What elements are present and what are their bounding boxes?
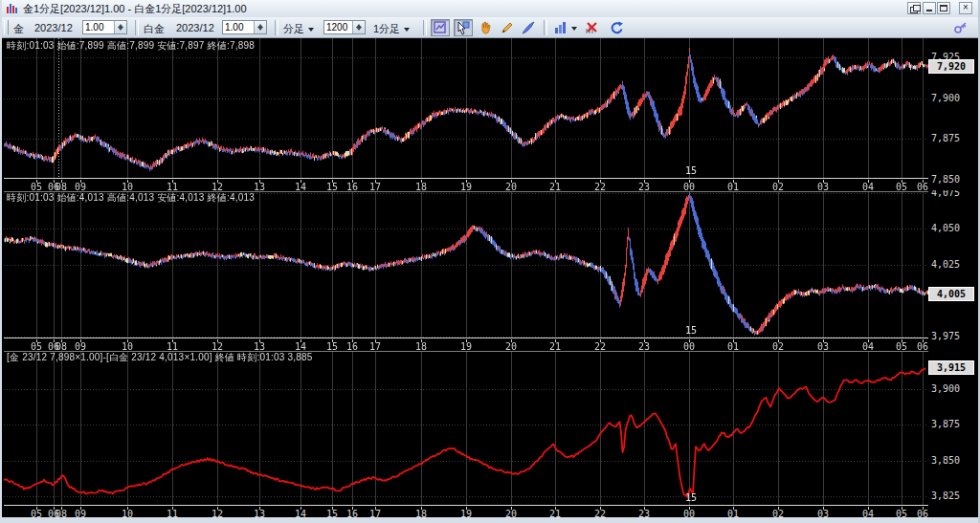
toolbar-separator	[423, 20, 427, 35]
date-change-label: 15	[685, 325, 697, 336]
spinner-arrows-icon[interactable]	[352, 21, 365, 33]
hour-tick-label: 12	[212, 182, 223, 192]
chevron-down-icon	[308, 28, 314, 32]
hour-tick-label: 05	[31, 182, 42, 192]
brush-tool-button[interactable]	[519, 19, 538, 36]
hour-tick-label: 08	[56, 341, 67, 352]
price-tick-label: 7,850	[931, 174, 960, 185]
pencil-tool-button[interactable]	[498, 19, 517, 36]
hour-tick-label: 15	[326, 341, 338, 352]
chart-cursor-icon	[433, 20, 448, 35]
current-price-box: 7,920	[928, 59, 974, 74]
hour-tick-label: 08	[56, 182, 67, 192]
hour-tick-label: 00	[683, 341, 695, 352]
current-price-box: 4,005	[928, 287, 974, 301]
gold-symbol-label: 金	[13, 22, 24, 36]
hour-tick-label: 03	[817, 182, 829, 192]
hour-tick-label: 21	[549, 182, 561, 192]
hour-tick-label: 06	[917, 182, 928, 192]
hour-tick-label: 19	[460, 182, 472, 192]
price-tick-label: 7,875	[931, 133, 960, 143]
gold-month-label: 2023/12	[34, 22, 73, 33]
price-tick-label: 4,025	[931, 259, 960, 270]
platinum-ohlc-status: 時刻:01:03 始値:4,013 高値:4,013 安値:4,013 終値:4…	[7, 191, 255, 205]
platinum-price-axis[interactable]: 4,0754,0504,0253,9754,005	[928, 190, 974, 350]
hour-tick-label: 21	[549, 341, 561, 352]
hour-tick-label: 05	[896, 182, 907, 192]
platinum-month-label: 2023/12	[176, 22, 214, 33]
hour-tick-label: 10	[122, 341, 133, 352]
pencil-icon	[500, 20, 515, 35]
chart-window: 金1分足[2023/12]1.00 - 白金1分足[2023/12]1.00 ×…	[0, 0, 980, 523]
price-tick-label: 4,050	[931, 223, 960, 233]
hour-tick-label: 01	[727, 341, 739, 352]
hour-tick-label: 23	[638, 341, 650, 352]
hour-tick-label: 02	[772, 182, 784, 192]
minimize-button[interactable]	[923, 2, 936, 14]
hour-tick-label: 01	[727, 182, 739, 192]
bar-chart-icon	[553, 20, 568, 35]
hour-tick-label: 11	[167, 341, 178, 352]
gold-price-axis[interactable]: 7,9257,9007,8757,8507,920	[928, 38, 974, 190]
close-button[interactable]: ×	[959, 2, 972, 14]
gold-candlestick-chart[interactable]	[4, 38, 928, 178]
pan-tool-button[interactable]	[477, 19, 496, 36]
refresh-button[interactable]	[607, 19, 626, 36]
spinner-arrows-icon[interactable]	[114, 21, 126, 33]
hour-tick-label: 19	[460, 341, 472, 352]
spinner-arrows-icon[interactable]	[254, 21, 266, 33]
window-title: 金1分足[2023/12]1.00 - 白金1分足[2023/12]1.00	[23, 2, 247, 16]
hour-tick-label: 06	[917, 341, 928, 352]
hour-tick-label: 14	[295, 182, 306, 192]
hour-tick-label: 18	[415, 182, 427, 192]
maximize-button[interactable]	[937, 2, 950, 14]
delete-chart-button[interactable]	[582, 19, 601, 36]
platinum-ratio-spinner[interactable]: 1.00	[222, 20, 267, 34]
spread-price-axis[interactable]: 3,9003,8753,8503,8253,915	[928, 350, 974, 517]
key-icon[interactable]	[953, 20, 969, 35]
hour-tick-label: 20	[505, 341, 517, 352]
hour-tick-label: 16	[346, 341, 358, 352]
hour-tick-label: 00	[683, 182, 695, 192]
price-tick-label: 4,075	[931, 190, 960, 198]
app-icon	[6, 3, 18, 14]
window-bottom-frame	[2, 517, 978, 523]
chevron-down-icon	[571, 27, 577, 31]
gold-ohlc-status: 時刻:01:03 始値:7,899 高値:7,899 安値:7,897 終値:7…	[7, 39, 255, 53]
float-window-button[interactable]	[907, 2, 921, 14]
hour-tick-label: 17	[369, 341, 381, 352]
toolbar-grip[interactable]	[4, 20, 9, 34]
hour-tick-label: 18	[415, 341, 427, 352]
bar-interval-dropdown[interactable]: 1分足	[373, 22, 410, 36]
price-tick-label: 3,825	[931, 490, 960, 501]
time-axis: 0506080910111213141516171819202122230001…	[4, 178, 974, 192]
spread-formula-status: [金 23/12 7,898×1.00]-[白金 23/12 4,013×1.0…	[7, 351, 312, 364]
hour-tick-label: 16	[346, 182, 358, 192]
hour-tick-label: 20	[505, 182, 517, 192]
hour-tick-label: 14	[295, 341, 306, 352]
price-tick-label: 3,850	[931, 455, 960, 466]
hour-tick-label: 04	[862, 341, 874, 352]
bar-type-dropdown[interactable]: 分足	[283, 22, 314, 36]
chart-cursor-button[interactable]	[431, 19, 450, 36]
price-tick-label: 3,900	[931, 383, 960, 394]
bar-count-spinner[interactable]: 1200	[323, 20, 366, 34]
hour-tick-label: 23	[638, 182, 650, 192]
gold-ratio-spinner[interactable]: 1.00	[82, 20, 127, 34]
brush-icon	[521, 20, 536, 35]
spread-line-chart[interactable]	[4, 350, 928, 505]
hour-tick-label: 13	[254, 182, 265, 192]
refresh-icon	[609, 20, 624, 35]
hour-tick-label: 09	[75, 182, 86, 192]
current-price-box: 3,915	[928, 360, 974, 375]
toolbar-separator	[275, 20, 278, 35]
chevron-down-icon	[404, 28, 410, 32]
time-axis: 0506080910111213141516171819202122230001…	[4, 338, 974, 352]
delete-chart-icon	[584, 20, 599, 35]
platinum-candlestick-chart[interactable]	[4, 190, 928, 338]
title-bar[interactable]: 金1分足[2023/12]1.00 - 白金1分足[2023/12]1.00 ×	[2, 0, 978, 18]
chart-style-button[interactable]	[551, 19, 578, 36]
hour-tick-label: 11	[167, 182, 178, 192]
hour-tick-label: 22	[594, 341, 606, 352]
select-tool-button[interactable]	[454, 19, 473, 36]
